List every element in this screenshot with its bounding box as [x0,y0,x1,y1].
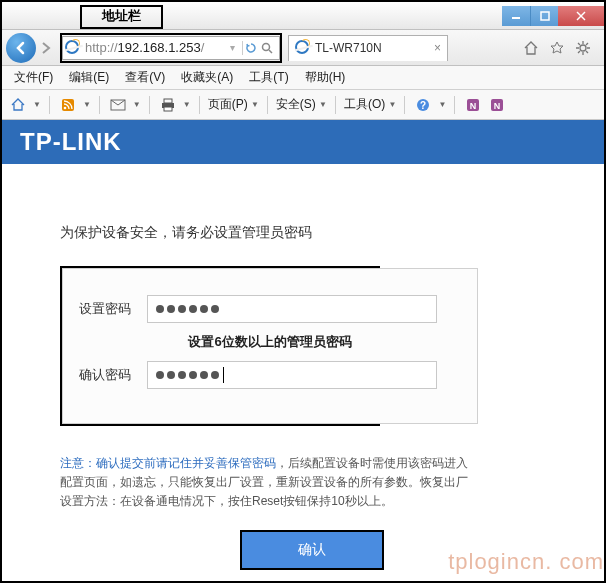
tp-link-header: TP-LINK [2,120,604,164]
dropdown-arrow-icon[interactable]: ▼ [183,100,191,109]
menu-bar: 文件(F) 编辑(E) 查看(V) 收藏夹(A) 工具(T) 帮助(H) [2,66,604,90]
password-form: 设置密码 设置6位数以上的管理员密码 确认密码 [62,268,478,424]
tp-link-logo: TP-LINK [20,128,122,156]
svg-text:N: N [494,101,501,111]
home-icon[interactable] [520,37,542,59]
navigation-bar: http://192.168.1.253/ ▾ TL-WR710N × [2,30,604,66]
notice-link[interactable]: 确认提交前请记住并妥善保管密码 [96,456,276,470]
svg-rect-10 [164,99,172,103]
menu-tools[interactable]: 工具(T) [245,67,292,88]
instruction-text: 为保护设备安全，请务必设置管理员密码 [60,224,564,242]
svg-point-4 [263,43,270,50]
menu-edit[interactable]: 编辑(E) [65,67,113,88]
menu-view[interactable]: 查看(V) [121,67,169,88]
menu-favorites[interactable]: 收藏夹(A) [177,67,237,88]
window-controls [502,6,604,26]
confirm-button[interactable]: 确认 [242,532,382,568]
refresh-icon[interactable] [245,42,261,54]
page-menu[interactable]: 页面(P) ▼ [208,96,259,113]
set-password-label: 设置密码 [79,300,147,318]
minimize-button[interactable] [502,6,530,26]
svg-rect-12 [164,107,172,111]
safety-menu[interactable]: 安全(S) ▼ [276,96,327,113]
command-toolbar: ▼ ▼ ▼ ▼ 页面(P) ▼ 安全(S) ▼ 工具(O) ▼ ? ▼ N N [2,90,604,120]
browser-tab[interactable]: TL-WR710N × [288,35,448,61]
ie-icon [65,40,81,56]
dropdown-arrow-icon[interactable]: ▼ [33,100,41,109]
onenote-icon[interactable]: N [487,95,507,115]
forward-button[interactable] [38,36,54,60]
maximize-button[interactable] [530,6,558,26]
close-window-button[interactable] [558,6,604,26]
favorites-icon[interactable] [546,37,568,59]
form-highlight-box: 设置密码 设置6位数以上的管理员密码 确认密码 [60,266,380,426]
menu-help[interactable]: 帮助(H) [301,67,350,88]
tab-title: TL-WR710N [315,41,382,55]
onenote-linked-icon[interactable]: N [463,95,483,115]
page-viewport: TP-LINK 为保护设备安全，请务必设置管理员密码 设置密码 设置6位数以上的… [2,120,604,581]
tools-gear-icon[interactable] [572,37,594,59]
dropdown-arrow-icon[interactable]: ▼ [133,100,141,109]
mail-icon[interactable] [108,95,128,115]
dropdown-arrow-icon[interactable]: ▼ [438,100,446,109]
confirm-password-input[interactable] [147,361,437,389]
notice-text: 注意：确认提交前请记住并妥善保管密码，后续配置设备时需使用该密码进入配置页面，如… [60,454,470,512]
svg-text:N: N [470,101,477,111]
stop-icon[interactable]: ▾ [224,42,240,53]
svg-point-8 [64,106,67,109]
address-label-box: 地址栏 [80,5,163,29]
svg-point-6 [580,45,586,51]
svg-text:?: ? [420,100,426,111]
confirm-highlight-box: 确认 [240,530,384,570]
dropdown-arrow-icon[interactable]: ▼ [83,100,91,109]
window-title-bar: 地址栏 [2,2,604,30]
ie-icon [295,40,311,56]
help-icon[interactable]: ? [413,95,433,115]
home-icon[interactable] [8,95,28,115]
svg-rect-7 [62,99,74,111]
svg-rect-1 [541,12,549,20]
tab-close-icon[interactable]: × [434,41,441,55]
back-button[interactable] [6,33,36,63]
url-highlight-box: http://192.168.1.253/ ▾ [60,33,282,63]
print-icon[interactable] [158,95,178,115]
url-text: http://192.168.1.253/ [85,40,224,55]
feed-icon[interactable] [58,95,78,115]
address-bar[interactable]: http://192.168.1.253/ ▾ [62,36,280,60]
search-icon[interactable] [261,42,277,54]
tools-menu[interactable]: 工具(O) ▼ [344,96,396,113]
svg-line-5 [269,50,272,53]
tab-strip: TL-WR710N × [288,35,448,61]
confirm-password-label: 确认密码 [79,366,147,384]
set-password-input[interactable] [147,295,437,323]
password-hint: 设置6位数以上的管理员密码 [79,333,461,351]
menu-file[interactable]: 文件(F) [10,67,57,88]
